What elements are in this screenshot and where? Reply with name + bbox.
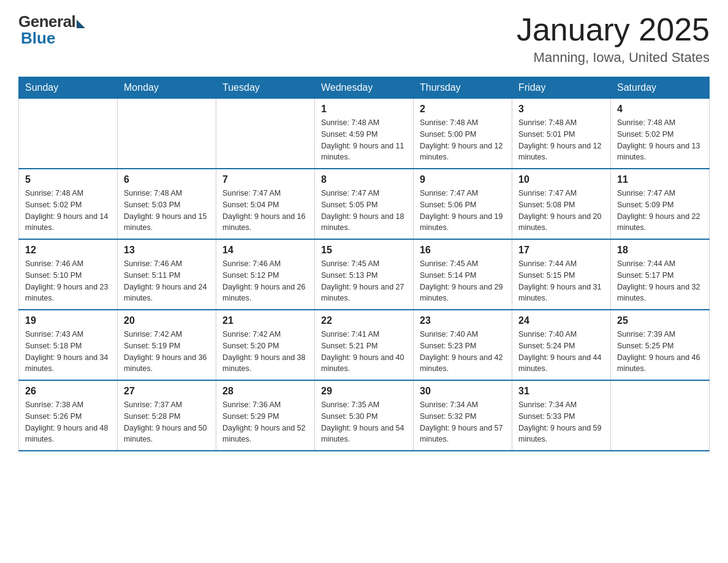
day-number: 12 bbox=[25, 245, 111, 256]
header-row: SundayMondayTuesdayWednesdayThursdayFrid… bbox=[19, 77, 710, 99]
calendar-cell: 25Sunrise: 7:39 AM Sunset: 5:25 PM Dayli… bbox=[611, 310, 710, 380]
calendar-cell: 16Sunrise: 7:45 AM Sunset: 5:14 PM Dayli… bbox=[414, 239, 512, 310]
day-number: 10 bbox=[518, 174, 604, 185]
day-info: Sunrise: 7:48 AM Sunset: 5:00 PM Dayligh… bbox=[420, 117, 506, 163]
calendar-cell: 21Sunrise: 7:42 AM Sunset: 5:20 PM Dayli… bbox=[216, 310, 315, 380]
header-day-monday: Monday bbox=[118, 77, 216, 99]
location-title: Manning, Iowa, United States bbox=[517, 50, 710, 66]
day-info: Sunrise: 7:48 AM Sunset: 5:03 PM Dayligh… bbox=[124, 188, 210, 234]
calendar-week-2: 5Sunrise: 7:48 AM Sunset: 5:02 PM Daylig… bbox=[19, 169, 710, 239]
day-number: 23 bbox=[420, 315, 506, 326]
header-day-friday: Friday bbox=[512, 77, 611, 99]
calendar-cell: 5Sunrise: 7:48 AM Sunset: 5:02 PM Daylig… bbox=[19, 169, 118, 239]
calendar-cell: 23Sunrise: 7:40 AM Sunset: 5:23 PM Dayli… bbox=[414, 310, 512, 380]
calendar-cell bbox=[611, 380, 710, 451]
day-info: Sunrise: 7:47 AM Sunset: 5:08 PM Dayligh… bbox=[518, 188, 604, 234]
day-number: 15 bbox=[321, 245, 407, 256]
calendar-cell: 31Sunrise: 7:34 AM Sunset: 5:33 PM Dayli… bbox=[512, 380, 611, 451]
day-info: Sunrise: 7:47 AM Sunset: 5:06 PM Dayligh… bbox=[420, 188, 506, 234]
day-number: 13 bbox=[124, 245, 210, 256]
day-info: Sunrise: 7:34 AM Sunset: 5:33 PM Dayligh… bbox=[518, 399, 604, 445]
day-info: Sunrise: 7:39 AM Sunset: 5:25 PM Dayligh… bbox=[617, 329, 703, 375]
day-number: 27 bbox=[124, 386, 210, 397]
day-info: Sunrise: 7:40 AM Sunset: 5:24 PM Dayligh… bbox=[518, 329, 604, 375]
calendar-cell bbox=[19, 99, 118, 169]
day-info: Sunrise: 7:48 AM Sunset: 5:01 PM Dayligh… bbox=[518, 117, 604, 163]
calendar-cell: 1Sunrise: 7:48 AM Sunset: 4:59 PM Daylig… bbox=[315, 99, 414, 169]
day-number: 20 bbox=[124, 315, 210, 326]
day-info: Sunrise: 7:48 AM Sunset: 5:02 PM Dayligh… bbox=[25, 188, 111, 234]
calendar-cell: 7Sunrise: 7:47 AM Sunset: 5:04 PM Daylig… bbox=[216, 169, 315, 239]
day-number: 14 bbox=[222, 245, 308, 256]
day-number: 17 bbox=[518, 245, 604, 256]
day-number: 24 bbox=[518, 315, 604, 326]
day-info: Sunrise: 7:44 AM Sunset: 5:17 PM Dayligh… bbox=[617, 258, 703, 304]
day-info: Sunrise: 7:47 AM Sunset: 5:09 PM Dayligh… bbox=[617, 188, 703, 234]
day-number: 1 bbox=[321, 104, 407, 115]
calendar-cell: 20Sunrise: 7:42 AM Sunset: 5:19 PM Dayli… bbox=[118, 310, 216, 380]
day-info: Sunrise: 7:37 AM Sunset: 5:28 PM Dayligh… bbox=[124, 399, 210, 445]
day-info: Sunrise: 7:38 AM Sunset: 5:26 PM Dayligh… bbox=[25, 399, 111, 445]
day-number: 9 bbox=[420, 174, 506, 185]
calendar-cell: 3Sunrise: 7:48 AM Sunset: 5:01 PM Daylig… bbox=[512, 99, 611, 169]
day-info: Sunrise: 7:47 AM Sunset: 5:05 PM Dayligh… bbox=[321, 188, 407, 234]
day-info: Sunrise: 7:46 AM Sunset: 5:12 PM Dayligh… bbox=[222, 258, 308, 304]
day-info: Sunrise: 7:45 AM Sunset: 5:14 PM Dayligh… bbox=[420, 258, 506, 304]
day-number: 16 bbox=[420, 245, 506, 256]
calendar-cell: 4Sunrise: 7:48 AM Sunset: 5:02 PM Daylig… bbox=[611, 99, 710, 169]
calendar-week-3: 12Sunrise: 7:46 AM Sunset: 5:10 PM Dayli… bbox=[19, 239, 710, 310]
calendar-cell: 10Sunrise: 7:47 AM Sunset: 5:08 PM Dayli… bbox=[512, 169, 611, 239]
day-info: Sunrise: 7:48 AM Sunset: 5:02 PM Dayligh… bbox=[617, 117, 703, 163]
calendar-cell bbox=[216, 99, 315, 169]
calendar-cell: 18Sunrise: 7:44 AM Sunset: 5:17 PM Dayli… bbox=[611, 239, 710, 310]
calendar-cell: 26Sunrise: 7:38 AM Sunset: 5:26 PM Dayli… bbox=[19, 380, 118, 451]
day-number: 28 bbox=[222, 386, 308, 397]
day-number: 25 bbox=[617, 315, 703, 326]
calendar-table: SundayMondayTuesdayWednesdayThursdayFrid… bbox=[18, 77, 710, 451]
day-info: Sunrise: 7:45 AM Sunset: 5:13 PM Dayligh… bbox=[321, 258, 407, 304]
day-info: Sunrise: 7:34 AM Sunset: 5:32 PM Dayligh… bbox=[420, 399, 506, 445]
calendar-cell: 6Sunrise: 7:48 AM Sunset: 5:03 PM Daylig… bbox=[118, 169, 216, 239]
day-info: Sunrise: 7:44 AM Sunset: 5:15 PM Dayligh… bbox=[518, 258, 604, 304]
logo-blue-text: Blue bbox=[18, 29, 55, 48]
calendar-cell: 15Sunrise: 7:45 AM Sunset: 5:13 PM Dayli… bbox=[315, 239, 414, 310]
day-number: 4 bbox=[617, 104, 703, 115]
calendar-cell: 17Sunrise: 7:44 AM Sunset: 5:15 PM Dayli… bbox=[512, 239, 611, 310]
calendar-week-5: 26Sunrise: 7:38 AM Sunset: 5:26 PM Dayli… bbox=[19, 380, 710, 451]
calendar-week-1: 1Sunrise: 7:48 AM Sunset: 4:59 PM Daylig… bbox=[19, 99, 710, 169]
calendar-cell: 13Sunrise: 7:46 AM Sunset: 5:11 PM Dayli… bbox=[118, 239, 216, 310]
calendar-cell: 19Sunrise: 7:43 AM Sunset: 5:18 PM Dayli… bbox=[19, 310, 118, 380]
calendar-cell: 27Sunrise: 7:37 AM Sunset: 5:28 PM Dayli… bbox=[118, 380, 216, 451]
day-info: Sunrise: 7:48 AM Sunset: 4:59 PM Dayligh… bbox=[321, 117, 407, 163]
day-info: Sunrise: 7:42 AM Sunset: 5:20 PM Dayligh… bbox=[222, 329, 308, 375]
month-title: January 2025 bbox=[517, 12, 710, 47]
logo: General Blue bbox=[18, 12, 85, 48]
day-number: 21 bbox=[222, 315, 308, 326]
calendar-cell: 24Sunrise: 7:40 AM Sunset: 5:24 PM Dayli… bbox=[512, 310, 611, 380]
header-day-thursday: Thursday bbox=[414, 77, 512, 99]
day-number: 7 bbox=[222, 174, 308, 185]
calendar-cell: 8Sunrise: 7:47 AM Sunset: 5:05 PM Daylig… bbox=[315, 169, 414, 239]
day-info: Sunrise: 7:47 AM Sunset: 5:04 PM Dayligh… bbox=[222, 188, 308, 234]
day-number: 5 bbox=[25, 174, 111, 185]
calendar-cell: 22Sunrise: 7:41 AM Sunset: 5:21 PM Dayli… bbox=[315, 310, 414, 380]
day-number: 22 bbox=[321, 315, 407, 326]
header-day-saturday: Saturday bbox=[611, 77, 710, 99]
logo-triangle-icon bbox=[77, 20, 85, 28]
page-header: General Blue January 2025 Manning, Iowa,… bbox=[18, 12, 710, 66]
day-number: 30 bbox=[420, 386, 506, 397]
day-info: Sunrise: 7:40 AM Sunset: 5:23 PM Dayligh… bbox=[420, 329, 506, 375]
calendar-cell: 11Sunrise: 7:47 AM Sunset: 5:09 PM Dayli… bbox=[611, 169, 710, 239]
day-number: 19 bbox=[25, 315, 111, 326]
header-day-wednesday: Wednesday bbox=[315, 77, 414, 99]
day-number: 29 bbox=[321, 386, 407, 397]
calendar-cell: 9Sunrise: 7:47 AM Sunset: 5:06 PM Daylig… bbox=[414, 169, 512, 239]
day-number: 26 bbox=[25, 386, 111, 397]
day-info: Sunrise: 7:42 AM Sunset: 5:19 PM Dayligh… bbox=[124, 329, 210, 375]
day-number: 6 bbox=[124, 174, 210, 185]
day-number: 31 bbox=[518, 386, 604, 397]
day-number: 11 bbox=[617, 174, 703, 185]
day-info: Sunrise: 7:43 AM Sunset: 5:18 PM Dayligh… bbox=[25, 329, 111, 375]
calendar-cell: 12Sunrise: 7:46 AM Sunset: 5:10 PM Dayli… bbox=[19, 239, 118, 310]
header-day-tuesday: Tuesday bbox=[216, 77, 315, 99]
